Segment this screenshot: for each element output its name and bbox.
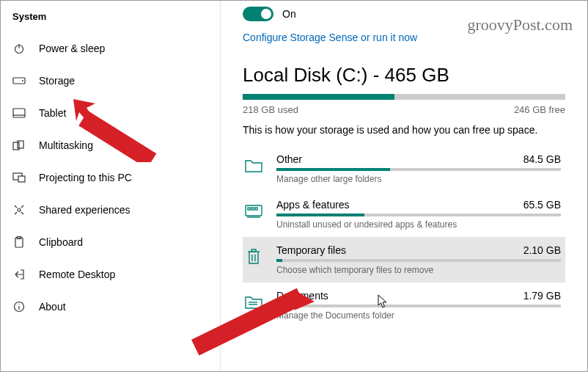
sidebar-item-multitasking[interactable]: Multitasking (1, 129, 220, 161)
category-size: 65.5 GB (523, 199, 561, 211)
sidebar-item-storage[interactable]: Storage (1, 65, 220, 97)
category-size: 84.5 GB (523, 153, 561, 165)
svg-rect-16 (246, 205, 262, 216)
svg-point-15 (18, 304, 19, 304)
multitasking-icon (12, 139, 26, 152)
category-documents[interactable]: Documents 1.79 GB Manage the Documents f… (243, 282, 565, 328)
category-name: Apps & features (276, 199, 350, 211)
sidebar-item-label: Power & sleep (39, 43, 105, 54)
sidebar-title: System (1, 7, 220, 32)
documents-icon (243, 291, 265, 313)
remote-desktop-icon (12, 268, 26, 281)
trash-icon (243, 246, 265, 268)
apps-icon (243, 200, 265, 222)
sidebar-item-label: Storage (39, 75, 75, 87)
category-sub: Choose which temporary files to remove (276, 265, 561, 275)
svg-rect-18 (248, 208, 250, 210)
tablet-icon (12, 106, 26, 120)
sidebar-item-clipboard[interactable]: Clipboard (1, 226, 220, 258)
sidebar-item-about[interactable]: About (1, 291, 220, 323)
sidebar-item-label: Tablet (39, 107, 66, 119)
sidebar-item-projecting[interactable]: Projecting to this PC (1, 161, 220, 194)
sidebar-item-power-sleep[interactable]: Power & sleep (1, 32, 220, 65)
category-name: Documents (276, 290, 328, 302)
disk-free-label: 246 GB free (514, 104, 565, 115)
category-apps-features[interactable]: Apps & features 65.5 GB Uninstall unused… (243, 192, 565, 237)
shared-icon (12, 203, 26, 216)
sidebar-item-tablet[interactable]: Tablet (1, 97, 220, 129)
main-pane: On Configure Storage Sense or run it now… (221, 1, 587, 371)
category-bar (276, 259, 561, 262)
svg-point-10 (18, 208, 21, 211)
disk-used-label: 218 GB used (243, 104, 298, 115)
svg-rect-20 (255, 208, 257, 210)
category-sub: Manage the Documents folder (276, 310, 561, 321)
storage-sense-toggle[interactable] (243, 7, 273, 21)
category-size: 2.10 GB (523, 244, 561, 256)
disk-description: This is how your storage is used and how… (243, 124, 565, 136)
configure-storage-sense-link[interactable]: Configure Storage Sense or run it now (243, 32, 417, 43)
disk-usage-bar (243, 94, 565, 100)
category-bar (276, 214, 561, 216)
sidebar-item-label: Projecting to this PC (39, 172, 132, 183)
category-temporary-files[interactable]: Temporary files 2.10 GB Choose which tem… (243, 237, 565, 282)
sidebar-item-remote-desktop[interactable]: Remote Desktop (1, 258, 220, 291)
folder-icon (243, 155, 265, 177)
sidebar: System Power & sleep Storage Tablet Mult… (1, 1, 221, 371)
disk-title: Local Disk (C:) - 465 GB (243, 64, 565, 87)
category-sub: Uninstall unused or undesired apps & fea… (276, 219, 561, 230)
toggle-label: On (282, 8, 296, 20)
category-size: 1.79 GB (523, 290, 561, 302)
projecting-icon (12, 171, 26, 184)
sidebar-item-label: Remote Desktop (39, 269, 115, 280)
category-name: Temporary files (276, 244, 346, 256)
sidebar-item-shared-experiences[interactable]: Shared experiences (1, 194, 220, 226)
svg-point-3 (22, 80, 23, 81)
category-other[interactable]: Other 84.5 GB Manage other large folders (243, 146, 565, 192)
svg-rect-19 (251, 208, 254, 210)
category-bar (276, 304, 561, 307)
category-bar (276, 168, 561, 171)
sidebar-item-label: Shared experiences (39, 204, 131, 216)
svg-rect-9 (18, 176, 25, 182)
sidebar-item-label: Clipboard (39, 236, 83, 248)
category-sub: Manage other large folders (276, 174, 561, 184)
clipboard-icon (12, 236, 26, 249)
svg-rect-4 (13, 109, 25, 117)
sidebar-item-label: About (39, 301, 66, 313)
category-name: Other (276, 153, 302, 165)
sidebar-item-label: Multitasking (39, 139, 93, 151)
storage-icon (12, 74, 26, 87)
info-icon (12, 300, 26, 313)
power-icon (12, 42, 26, 55)
